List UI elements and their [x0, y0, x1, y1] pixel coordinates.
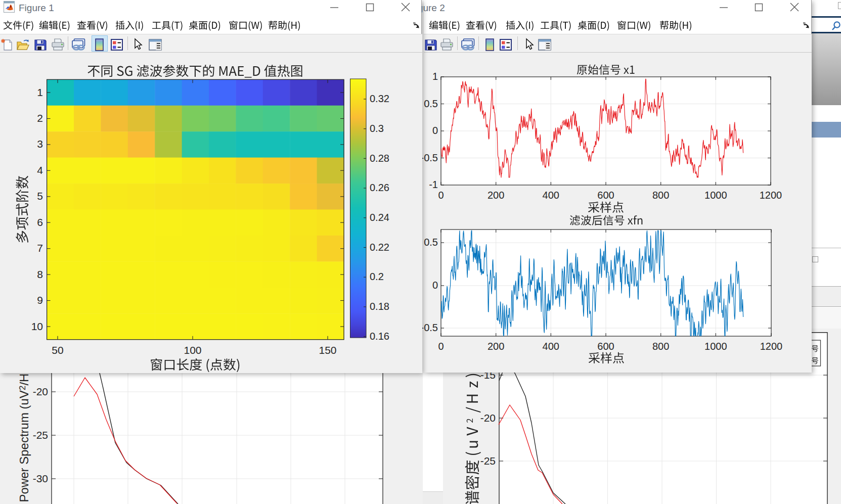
svg-text:3: 3	[37, 138, 43, 150]
svg-text:0: 0	[438, 190, 444, 201]
svg-text:5: 5	[37, 190, 43, 202]
svg-text:-25: -25	[33, 429, 48, 441]
svg-text:150: 150	[319, 344, 336, 356]
svg-text:100: 100	[184, 344, 201, 356]
svg-text:-25: -25	[480, 455, 496, 467]
svg-text:9: 9	[37, 294, 43, 306]
svg-text:800: 800	[652, 341, 669, 352]
svg-text:0.2: 0.2	[370, 271, 384, 282]
svg-text:8: 8	[37, 268, 43, 280]
svg-text:1: 1	[37, 86, 43, 98]
svg-text:-30: -30	[33, 473, 48, 484]
svg-text:-0.5: -0.5	[421, 322, 438, 333]
svg-text:0.22: 0.22	[370, 242, 389, 253]
svg-text:0.5: 0.5	[424, 98, 438, 109]
svg-text:0.24: 0.24	[370, 212, 389, 223]
svg-text:7: 7	[37, 242, 43, 254]
svg-text:200: 200	[488, 190, 504, 201]
svg-text:1000: 1000	[704, 341, 727, 352]
svg-text:10: 10	[31, 320, 43, 332]
svg-text:800: 800	[652, 190, 669, 201]
svg-text:-1: -1	[429, 179, 438, 190]
svg-text:0.5: 0.5	[424, 237, 438, 248]
svg-text:400: 400	[543, 341, 559, 352]
svg-text:-20: -20	[33, 386, 48, 397]
svg-text:50: 50	[52, 344, 63, 356]
svg-text:1200: 1200	[760, 341, 783, 352]
svg-text:1: 1	[432, 71, 438, 82]
svg-text:0: 0	[432, 125, 438, 136]
svg-text:0.26: 0.26	[370, 182, 389, 193]
svg-text:6: 6	[37, 216, 43, 228]
svg-text:0.3: 0.3	[370, 123, 384, 134]
svg-text:1200: 1200	[760, 190, 782, 201]
svg-text:0.28: 0.28	[370, 153, 389, 164]
svg-text:1000: 1000	[704, 190, 727, 201]
svg-text:0.18: 0.18	[370, 301, 389, 312]
svg-text:4: 4	[37, 164, 43, 176]
svg-text:400: 400	[543, 190, 559, 201]
svg-text:2: 2	[37, 112, 43, 124]
svg-text:600: 600	[597, 341, 614, 352]
svg-text:200: 200	[488, 341, 504, 352]
svg-text:-0.5: -0.5	[421, 152, 438, 163]
svg-text:-20: -20	[480, 412, 496, 424]
svg-text:0.32: 0.32	[370, 93, 389, 104]
svg-text:0.16: 0.16	[370, 331, 389, 342]
svg-text:0: 0	[438, 341, 444, 352]
svg-text:600: 600	[597, 190, 614, 201]
svg-text:0: 0	[432, 280, 438, 291]
